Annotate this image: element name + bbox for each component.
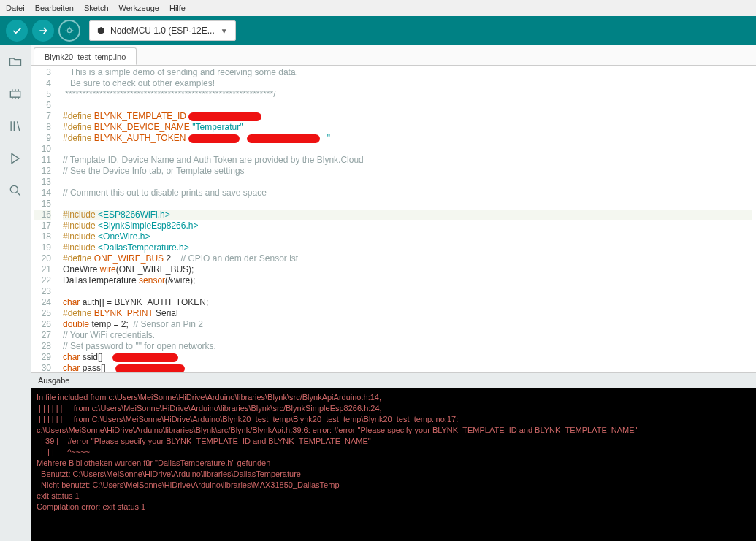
console-line: In file included from c:\Users\MeiSonne\… — [37, 392, 750, 403]
console-line: Nicht benutzt: C:\Users\MeiSonne\HiDrive… — [37, 480, 750, 491]
code-line[interactable] — [63, 144, 752, 155]
board-name: NodeMCU 1.0 (ESP-12E... — [110, 26, 215, 36]
code-line[interactable]: ****************************************… — [63, 89, 752, 100]
board-manager-icon[interactable] — [7, 86, 23, 102]
code-line[interactable]: #include <ESP8266WiFi.h> — [63, 210, 752, 220]
menu-bearbeiten[interactable]: Bearbeiten — [35, 4, 74, 12]
code-line[interactable]: #define BLYNK_AUTH_TOKEN " — [63, 133, 752, 144]
menu-datei[interactable]: Datei — [6, 4, 25, 12]
console-line: c:\Users\MeiSonne\HiDrive\Arduino\librar… — [37, 425, 750, 436]
code-line[interactable]: #include <BlynkSimpleEsp8266.h> — [63, 220, 752, 231]
code-line[interactable]: DallasTemperature sensor(&wire); — [63, 275, 752, 286]
console-line: Mehrere Bibliotheken wurden für "DallasT… — [37, 458, 750, 469]
code-line[interactable]: // See the Device Info tab, or Template … — [63, 166, 752, 177]
console-line: Benutzt: C:\Users\MeiSonne\HiDrive\Ardui… — [37, 469, 750, 480]
search-icon[interactable] — [7, 183, 23, 199]
upload-button[interactable] — [32, 20, 54, 42]
chevron-down-icon: ▼ — [221, 27, 228, 35]
debug-button[interactable] — [58, 20, 80, 42]
usb-icon: ⬢ — [97, 26, 104, 36]
code-line[interactable]: double temp = 2; // Sensor an Pin 2 — [63, 319, 752, 330]
svg-point-0 — [67, 28, 71, 32]
svg-point-2 — [10, 185, 18, 193]
code-line[interactable] — [63, 199, 752, 210]
menu-hilfe[interactable]: Hilfe — [169, 4, 186, 12]
code-line[interactable]: OneWire wire(ONE_WIRE_BUS); — [63, 264, 752, 275]
console-line: Compilation error: exit status 1 — [37, 502, 750, 513]
code-line[interactable] — [63, 286, 752, 297]
console-line: | | | ^~~~~ — [37, 447, 750, 458]
code-line[interactable]: #define BLYNK_DEVICE_NAME "Temperatur" — [63, 122, 752, 133]
code-editor[interactable]: 3456789101112131415161718192021222324252… — [31, 66, 756, 372]
menu-sketch[interactable]: Sketch — [84, 4, 109, 12]
menubar: Datei Bearbeiten Sketch Werkzeuge Hilfe — [0, 0, 756, 16]
debug-icon[interactable] — [7, 150, 23, 166]
folder-icon[interactable] — [7, 54, 23, 70]
code-line[interactable]: Be sure to check out other examples! — [63, 78, 752, 89]
code-line[interactable]: // Set password to "" for open networks. — [63, 341, 752, 352]
code-line[interactable]: #define BLYNK_PRINT Serial — [63, 308, 752, 319]
code-line[interactable]: // Template ID, Device Name and Auth Tok… — [63, 155, 752, 166]
library-icon[interactable] — [7, 118, 23, 134]
code-line[interactable] — [63, 100, 752, 111]
code-line[interactable]: char pass[] = — [63, 363, 752, 372]
code-line[interactable]: This is a simple demo of sending and rec… — [63, 67, 752, 78]
code-line[interactable]: // Your WiFi credentials. — [63, 330, 752, 341]
console-line: | 39 | #error "Please specify your BLYNK… — [37, 436, 750, 447]
code-line[interactable]: char auth[] = BLYNK_AUTH_TOKEN; — [63, 297, 752, 308]
console-line: | | | | | | from c:\Users\MeiSonne\HiDri… — [37, 403, 750, 414]
sidebar — [0, 45, 31, 541]
tab-file[interactable]: Blynk20_test_temp.ino — [34, 47, 137, 65]
console-line: | | | | | | from C:\Users\MeiSonne\HiDri… — [37, 414, 750, 425]
svg-rect-1 — [10, 91, 20, 97]
board-selector[interactable]: ⬢ NodeMCU 1.0 (ESP-12E... ▼ — [89, 20, 236, 41]
menu-werkzeuge[interactable]: Werkzeuge — [119, 4, 159, 12]
output-console[interactable]: In file included from c:\Users\MeiSonne\… — [31, 388, 756, 541]
code-line[interactable] — [63, 177, 752, 188]
tab-bar: Blynk20_test_temp.ino — [31, 45, 756, 66]
console-line: exit status 1 — [37, 491, 750, 502]
code-line[interactable]: // Comment this out to disable prints an… — [63, 188, 752, 199]
code-line[interactable]: char ssid[] = — [63, 352, 752, 363]
code-line[interactable]: #define BLYNK_TEMPLATE_ID — [63, 111, 752, 122]
code-line[interactable]: #include <OneWire.h> — [63, 231, 752, 242]
toolbar: ⬢ NodeMCU 1.0 (ESP-12E... ▼ — [0, 16, 756, 45]
code-line[interactable]: #define ONE_WIRE_BUS 2 // GPIO an dem de… — [63, 253, 752, 264]
verify-button[interactable] — [6, 20, 28, 42]
code-line[interactable]: #include <DallasTemperature.h> — [63, 242, 752, 253]
output-label: Ausgabe — [31, 372, 756, 388]
